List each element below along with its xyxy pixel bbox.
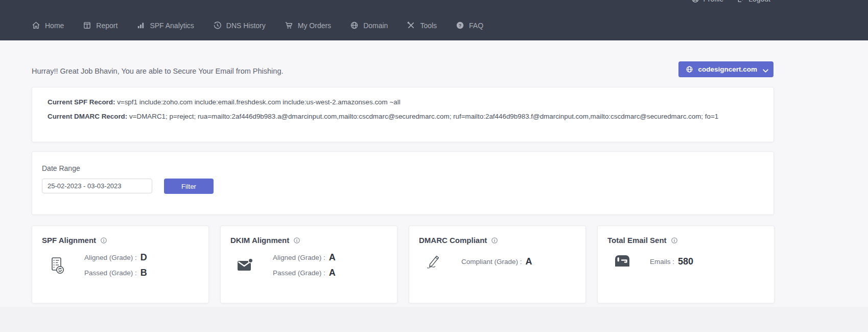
- page-footer-strip: [0, 307, 868, 332]
- chevron-down-icon: [762, 67, 767, 72]
- svg-text:?: ?: [459, 23, 461, 28]
- bar-chart-icon: [136, 21, 145, 30]
- info-icon[interactable]: [671, 237, 678, 244]
- spf-sync-document-icon: [48, 256, 67, 275]
- card-title: DMARC Compliant: [419, 236, 487, 245]
- dkim-alignment-card: DKIM Alignment Aligned (Grade) :A Passed…: [220, 226, 397, 303]
- globe-icon: [686, 65, 693, 73]
- envelope-notification-icon: [236, 256, 255, 275]
- dmarc-record-label: Current DMARC Record:: [48, 113, 127, 120]
- greeting-message: Hurray!! Great Job Bhavin, You are able …: [32, 67, 283, 75]
- metric-compliant-grade: Compliant (Grade) :A: [461, 256, 532, 267]
- metric-aligned-grade: Aligned (Grade) :D: [84, 252, 147, 263]
- logout-link[interactable]: Logout: [737, 0, 770, 3]
- spf-record-label: Current SPF Record:: [48, 98, 115, 106]
- nav-label: FAQ: [469, 21, 483, 30]
- nav-item-report[interactable]: Report: [83, 21, 118, 30]
- tools-icon: [407, 21, 415, 30]
- date-filter-panel: Date Range Filter: [32, 151, 774, 215]
- report-icon: [83, 21, 91, 30]
- spf-record-value: v=spf1 include:zoho.com include:email.fr…: [115, 98, 400, 106]
- nav-item-spf-analytics[interactable]: SPF Analytics: [136, 21, 194, 30]
- nav-item-domain[interactable]: Domain: [350, 21, 388, 30]
- domain-selector-label: codesigncert.com: [698, 65, 757, 73]
- stat-cards-row: SPF Alignment: [32, 226, 775, 303]
- spf-alignment-card: SPF Alignment: [32, 226, 209, 303]
- filter-button[interactable]: Filter: [164, 179, 214, 194]
- card-title: Total Email Sent: [607, 236, 667, 245]
- dmarc-compliant-card: DMARC Compliant Compliant (Grade) :A: [409, 226, 586, 303]
- metric-aligned-grade: Aligned (Grade) :A: [273, 252, 336, 263]
- question-icon: ?: [456, 21, 464, 30]
- spf-record-line: Current SPF Record: v=spf1 include:zoho.…: [48, 98, 401, 106]
- user-icon: [691, 0, 699, 3]
- date-range-input[interactable]: [42, 179, 152, 193]
- grade-value: D: [140, 252, 147, 263]
- signature-pen-icon: [425, 252, 444, 271]
- logout-label: Logout: [748, 0, 770, 3]
- globe-icon: [350, 21, 359, 30]
- home-icon: [32, 21, 40, 30]
- logout-icon: [737, 0, 745, 3]
- nav-label: DNS History: [226, 21, 266, 30]
- grade-value: A: [329, 252, 336, 263]
- history-icon: [213, 21, 222, 30]
- dmarc-record-line: Current DMARC Record: v=DMARC1; p=reject…: [48, 113, 718, 120]
- info-icon[interactable]: [100, 237, 107, 244]
- metric-passed-grade: Passed (Grade) :B: [84, 268, 147, 278]
- emails-count: 580: [678, 256, 693, 267]
- card-title: DKIM Alignment: [230, 236, 289, 245]
- grade-value: A: [526, 256, 532, 267]
- card-title: SPF Alignment: [42, 236, 96, 245]
- nav-label: Home: [45, 21, 64, 30]
- nav-item-home[interactable]: Home: [32, 21, 64, 30]
- navbar: Profile Logout Home Report SPF Analyt: [0, 0, 868, 40]
- nav-label: SPF Analytics: [150, 21, 194, 30]
- nav-item-my-orders[interactable]: My Orders: [285, 21, 331, 30]
- info-icon[interactable]: [293, 237, 300, 244]
- nav-item-tools[interactable]: Tools: [407, 21, 437, 30]
- grade-value: A: [329, 268, 336, 278]
- date-range-label: Date Range: [42, 164, 80, 172]
- metric-emails-sent: Emails :580: [650, 256, 693, 267]
- profile-link[interactable]: Profile: [691, 0, 723, 3]
- nav-item-dns-history[interactable]: DNS History: [213, 21, 266, 30]
- nav-label: Tools: [420, 21, 437, 30]
- nav-label: Domain: [363, 21, 388, 30]
- nav-label: Report: [96, 21, 118, 30]
- total-email-sent-card: Total Email Sent Emails :580: [597, 226, 775, 303]
- nav-item-faq[interactable]: ? FAQ: [456, 21, 483, 30]
- mailbox-icon: [613, 252, 632, 271]
- domain-selector-button[interactable]: codesigncert.com: [678, 61, 773, 77]
- main-nav: Home Report SPF Analytics DNS History My…: [32, 21, 483, 30]
- dmarc-record-value: v=DMARC1; p=reject; rua=mailto:2af446d9b…: [127, 113, 718, 120]
- grade-value: B: [140, 268, 147, 278]
- info-icon[interactable]: [491, 237, 498, 244]
- nav-label: My Orders: [298, 21, 331, 30]
- profile-label: Profile: [703, 0, 723, 3]
- topbar-links: Profile Logout: [691, 0, 770, 3]
- cart-icon: [285, 21, 293, 30]
- dns-records-panel: Current SPF Record: v=spf1 include:zoho.…: [32, 87, 774, 142]
- metric-passed-grade: Passed (Grade) :A: [273, 268, 336, 278]
